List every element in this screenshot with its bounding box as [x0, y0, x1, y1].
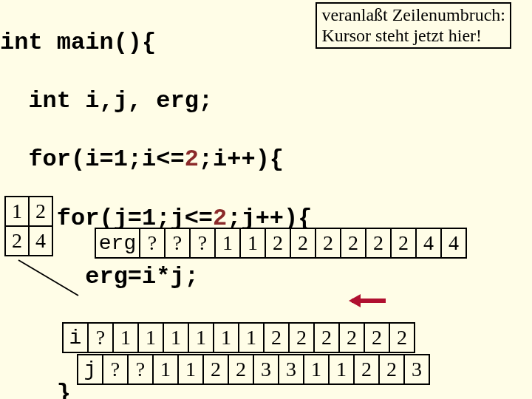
code-l1: int main(){: [0, 29, 156, 56]
i-trace-table: i ? 1 1 1 1 1 1 2 2 2 2 2 2: [62, 322, 415, 353]
code-l7: }: [0, 380, 71, 399]
code-l5: erg=i*j;: [0, 263, 199, 290]
erg-trace-table: erg ? ? ? 1 1 2 2 2 2 2 2 4 4: [95, 228, 467, 259]
j-trace-table: j ? ? 1 1 2 2 3 3 1 1 2 2 3: [77, 354, 430, 385]
output-table: 1 2 2 4: [4, 196, 53, 256]
annotation-box: veranlaßt Zeilenumbruch: Kursor steht je…: [316, 2, 511, 49]
svg-marker-2: [349, 294, 361, 307]
annotation-line1: veranlaßt Zeilenumbruch:: [321, 5, 505, 26]
arrow-left-icon: [347, 292, 387, 310]
code-l2: int i,j, erg;: [0, 87, 213, 115]
annotation-line2: Kursor steht jetzt hier!: [321, 26, 505, 47]
